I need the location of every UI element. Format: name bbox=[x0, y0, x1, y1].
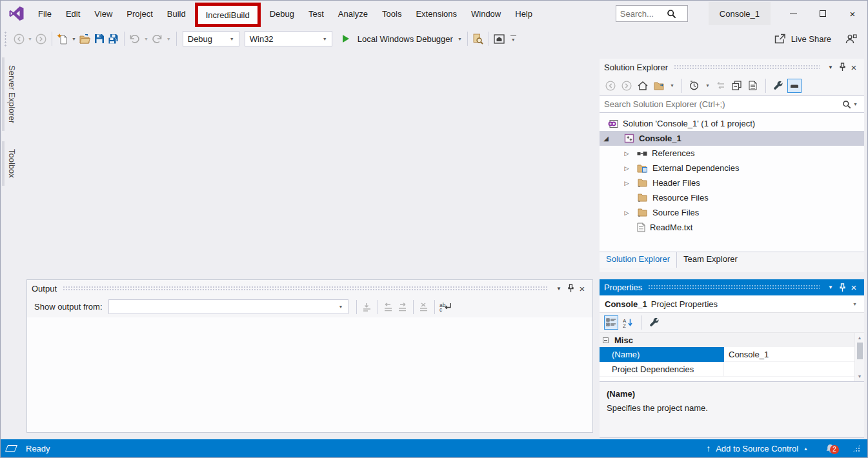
tree-row-project[interactable]: ◢ Console_1 bbox=[600, 131, 864, 146]
category-row[interactable]: Misc bbox=[600, 333, 864, 347]
close-button[interactable]: × bbox=[838, 1, 867, 26]
tree-row-readme[interactable]: ReadMe.txt bbox=[600, 220, 864, 235]
notifications-button[interactable]: 2 bbox=[825, 443, 836, 454]
se-forward-button[interactable] bbox=[620, 77, 634, 94]
expander-collapsed-icon[interactable]: ▷ bbox=[623, 180, 631, 186]
switch-views-icon[interactable] bbox=[652, 77, 666, 94]
save-all-button[interactable] bbox=[106, 30, 121, 47]
tree-row-external-dependencies[interactable]: ▷ External Dependencies bbox=[600, 161, 864, 175]
server-explorer-tab[interactable]: Server Explorer bbox=[2, 57, 19, 131]
sign-in-user-icon[interactable] bbox=[844, 30, 858, 47]
find-message-in-code-icon[interactable] bbox=[360, 299, 374, 315]
maximize-button[interactable] bbox=[808, 1, 838, 26]
back-dropdown-icon[interactable]: ▼ bbox=[26, 37, 34, 41]
run-button-label[interactable]: Local Windows Debugger bbox=[358, 34, 453, 44]
navigate-forward-button[interactable] bbox=[34, 30, 48, 47]
tree-row-resource-files[interactable]: Resource Files bbox=[600, 190, 864, 205]
tree-row-references[interactable]: ▷ References bbox=[600, 146, 864, 161]
scroll-down-icon[interactable]: ▼ bbox=[858, 372, 862, 381]
expander-expanded-icon[interactable]: ◢ bbox=[602, 135, 610, 142]
property-pages-wrench-icon[interactable] bbox=[647, 314, 661, 331]
pin-icon[interactable] bbox=[836, 63, 848, 72]
menu-view[interactable]: View bbox=[87, 1, 119, 26]
menu-edit[interactable]: Edit bbox=[59, 1, 87, 26]
pending-changes-filter-icon[interactable] bbox=[687, 77, 701, 94]
redo-button[interactable] bbox=[150, 30, 165, 47]
preview-selected-items-button[interactable] bbox=[787, 79, 802, 93]
resize-grip[interactable] bbox=[853, 444, 860, 452]
filter-dropdown-icon[interactable]: ▼ bbox=[703, 83, 712, 88]
property-row-dependencies[interactable]: Project Dependencies bbox=[600, 362, 864, 377]
toolbox-tab[interactable]: Toolbox bbox=[2, 141, 19, 186]
expander-collapsed-icon[interactable]: ▷ bbox=[623, 210, 631, 216]
property-value-cell[interactable] bbox=[724, 362, 854, 377]
search-options-icon[interactable]: ▼ bbox=[851, 102, 860, 106]
menu-test[interactable]: Test bbox=[301, 1, 331, 26]
scroll-up-icon[interactable]: ▲ bbox=[858, 333, 862, 343]
previous-message-icon[interactable] bbox=[381, 299, 396, 315]
drag-texture[interactable] bbox=[674, 65, 820, 70]
save-button[interactable] bbox=[92, 30, 106, 47]
properties-object-combo[interactable]: Console_1 Project Properties ▼ bbox=[600, 295, 864, 313]
close-icon[interactable]: × bbox=[848, 63, 860, 72]
scrollbar-thumb[interactable] bbox=[857, 343, 863, 359]
properties-scrollbar[interactable]: ▲ ▼ bbox=[854, 333, 864, 381]
pin-icon[interactable] bbox=[836, 283, 848, 292]
quick-launch-search[interactable] bbox=[616, 5, 688, 22]
se-search-input[interactable] bbox=[604, 99, 842, 109]
drag-texture[interactable] bbox=[648, 284, 820, 290]
start-window-icon[interactable] bbox=[492, 30, 507, 47]
undo-button[interactable] bbox=[128, 30, 142, 47]
open-file-button[interactable] bbox=[78, 30, 92, 47]
solution-platform-combo[interactable]: Win32 ▼ bbox=[245, 31, 332, 46]
expander-collapsed-icon[interactable]: ▷ bbox=[623, 165, 631, 172]
property-row-name[interactable]: (Name) Console_1 bbox=[600, 347, 864, 362]
tab-solution-explorer[interactable]: Solution Explorer bbox=[600, 252, 677, 268]
solution-configuration-combo[interactable]: Debug ▼ bbox=[183, 31, 239, 46]
property-value-cell[interactable]: Console_1 bbox=[724, 347, 854, 362]
navigate-back-button[interactable] bbox=[12, 30, 26, 47]
property-name-cell[interactable]: Project Dependencies bbox=[600, 362, 724, 377]
clear-all-icon[interactable] bbox=[417, 299, 431, 315]
search-input[interactable] bbox=[620, 9, 667, 19]
switch-views-dropdown-icon[interactable]: ▼ bbox=[668, 83, 676, 88]
menu-window[interactable]: Window bbox=[464, 1, 508, 26]
redo-dropdown-icon[interactable]: ▼ bbox=[165, 37, 173, 41]
collapse-category-icon[interactable] bbox=[603, 337, 609, 343]
new-project-dropdown-icon[interactable]: ▼ bbox=[70, 37, 78, 41]
alphabetical-sort-button[interactable]: AZ bbox=[621, 314, 635, 331]
menu-debug[interactable]: Debug bbox=[263, 1, 301, 26]
minimize-button[interactable] bbox=[778, 1, 808, 26]
new-project-button[interactable] bbox=[56, 30, 70, 47]
collapse-all-icon[interactable] bbox=[730, 77, 744, 94]
run-dropdown-icon[interactable]: ▼ bbox=[456, 37, 464, 41]
sync-with-active-document-icon[interactable] bbox=[714, 77, 728, 94]
live-share-label[interactable]: Live Share bbox=[791, 34, 831, 44]
window-position-icon[interactable]: ▼ bbox=[825, 284, 836, 290]
output-content[interactable] bbox=[27, 317, 592, 432]
solution-explorer-search[interactable]: ▼ bbox=[600, 95, 864, 113]
properties-wrench-icon[interactable] bbox=[771, 77, 785, 94]
menu-extensions[interactable]: Extensions bbox=[409, 1, 464, 26]
categorized-button[interactable] bbox=[604, 315, 618, 330]
drag-texture[interactable] bbox=[63, 286, 548, 292]
pin-icon[interactable] bbox=[565, 284, 576, 293]
menu-file[interactable]: File bbox=[31, 1, 59, 26]
menu-incredibuild[interactable]: IncrediBuild bbox=[206, 10, 250, 20]
close-icon[interactable]: × bbox=[848, 283, 860, 292]
tree-row-solution[interactable]: Solution 'Console_1' (1 of 1 project) bbox=[600, 116, 864, 131]
window-position-icon[interactable]: ▼ bbox=[825, 65, 836, 70]
find-in-files-icon[interactable] bbox=[471, 30, 485, 47]
output-source-combo[interactable]: ▼ bbox=[108, 299, 348, 314]
menu-project[interactable]: Project bbox=[119, 1, 159, 26]
next-message-icon[interactable] bbox=[396, 299, 410, 315]
word-wrap-icon[interactable]: abc bbox=[438, 299, 454, 315]
menu-tools[interactable]: Tools bbox=[375, 1, 409, 26]
home-icon[interactable] bbox=[636, 77, 650, 94]
window-position-icon[interactable]: ▼ bbox=[553, 286, 565, 292]
live-share-icon[interactable] bbox=[772, 30, 787, 47]
menu-help[interactable]: Help bbox=[508, 1, 540, 26]
close-icon[interactable]: × bbox=[576, 284, 588, 294]
toolbar-grip[interactable] bbox=[4, 31, 8, 46]
toolbar-options-button[interactable]: ▼ bbox=[509, 35, 518, 43]
